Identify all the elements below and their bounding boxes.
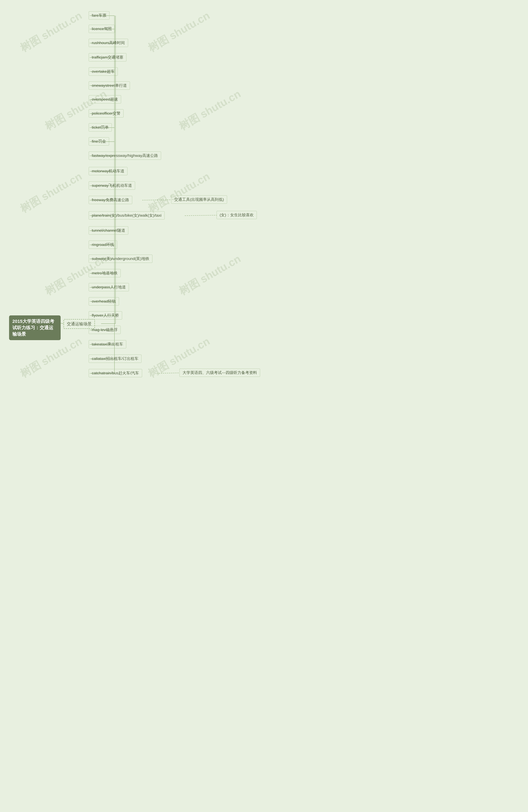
node-fine: fine罚金 [89, 137, 109, 146]
node-maglev-label: mag-lev磁悬浮 [92, 328, 117, 332]
node-callataxi-label: callataxi招出租车/订出租车 [92, 357, 138, 361]
node-overspeed-label: overspeed超速 [92, 97, 118, 101]
category-label: 交通运输场景 [67, 322, 91, 326]
node-fare-label: fare车票 [92, 13, 106, 17]
node-licence-label: licence驾照 [92, 27, 112, 31]
node-callataxi: callataxi招出租车/订出租车 [89, 354, 142, 363]
node-superway: superway飞机机动车道 [89, 182, 135, 190]
watermark: 树图 shutu.cn [17, 334, 85, 381]
node-plane-label: plane/train(女)/bus/bike(女)/walk(女)/taxi [92, 213, 161, 217]
sub-node-plane: (女)：女生比较喜欢 [217, 211, 257, 219]
watermark: 树图 shutu.cn [176, 252, 243, 299]
svg-line-30 [142, 200, 171, 200]
watermark: 树图 shutu.cn [176, 87, 243, 134]
node-metro-label: metro地道地铁 [92, 271, 117, 275]
mind-map: 树图 shutu.cn 树图 shutu.cn 树图 shutu.cn 树图 s… [0, 0, 528, 812]
node-overspeed: overspeed超速 [89, 95, 121, 103]
node-freeway-label: freeway免费高速公路 [92, 198, 129, 202]
node-freeway: freeway免费高速公路 [89, 196, 132, 204]
sub-node-catchatrain: 大学英语四、六级考试---四级听力备考资料 [180, 368, 260, 377]
node-onewaystreet: onewaystreet单行道 [89, 82, 130, 90]
node-takeataxi-label: takeataxi乘出租车 [92, 342, 123, 346]
node-overhead: overhead轻轨 [89, 297, 119, 305]
node-superway-label: superway飞机机动车道 [92, 183, 132, 188]
node-catchatrain-label: catchatrain/bus赶火车/汽车 [92, 371, 139, 375]
node-overtake: overtake超车 [89, 68, 118, 76]
node-takeataxi: takeataxi乘出租车 [89, 340, 126, 348]
node-fine-label: fine罚金 [92, 139, 106, 144]
node-ticket: ticket罚单 [89, 123, 112, 131]
node-motorway: motorway机动车道 [89, 167, 127, 175]
node-trafficjam: trafficjam交通堵塞 [89, 53, 126, 61]
node-tunnel-label: tunnel/channel隧道 [92, 228, 125, 233]
node-overhead-label: overhead轻轨 [92, 299, 116, 303]
node-ticket-label: ticket罚单 [92, 125, 109, 129]
node-plane: plane/train(女)/bus/bike(女)/walk(女)/taxi [89, 211, 165, 219]
node-ringroad: ringroad环线 [89, 241, 117, 249]
node-fastway-label: fastway/expressway/highway高速公路 [92, 154, 158, 158]
node-overtake-label: overtake超车 [92, 69, 115, 74]
node-motorway-label: motorway机动车道 [92, 169, 124, 173]
node-rushhours-label: rushhours高峰时间 [92, 41, 125, 45]
watermark: 树图 shutu.cn [145, 169, 212, 216]
node-catchatrain: catchatrain/bus赶火车/汽车 [89, 369, 142, 377]
sub-node-catchatrain-label: 大学英语四、六级考试---四级听力备考资料 [183, 371, 257, 375]
node-fastway: fastway/expressway/highway高速公路 [89, 151, 161, 160]
watermark: 树图 shutu.cn [17, 169, 85, 216]
node-fare: fare车票 [89, 11, 110, 19]
node-metro: metro地道地铁 [89, 269, 121, 277]
root-node: 2015大学英语四级考试听力练习：交通运输场景 [9, 315, 61, 340]
node-onewaystreet-label: onewaystreet单行道 [92, 83, 127, 88]
sub-node-plane-label: (女)：女生比较喜欢 [220, 213, 254, 217]
watermark: 树图 shutu.cn [17, 9, 85, 56]
watermark: 树图 shutu.cn [145, 9, 212, 56]
svg-line-32 [157, 373, 180, 373]
svg-line-31 [185, 215, 217, 216]
node-policeofficer: policeofficer交警 [89, 109, 124, 117]
node-flyover: flyover人行天桥 [89, 311, 122, 320]
node-trafficjam-label: trafficjam交通堵塞 [92, 55, 123, 59]
node-ringroad-label: ringroad环线 [92, 243, 114, 247]
node-tunnel: tunnel/channel隧道 [89, 226, 128, 235]
sub-node-freeway: 交通工具(出现频率从高到低) [171, 195, 227, 204]
connector-lines [0, 0, 528, 812]
node-maglev: mag-lev磁悬浮 [89, 326, 121, 334]
sub-node-freeway-label: 交通工具(出现频率从高到低) [174, 197, 224, 202]
node-policeofficer-label: policeofficer交警 [92, 111, 120, 115]
root-label: 2015大学英语四级考试听力练习：交通运输场景 [12, 319, 54, 337]
node-licence: licence驾照 [89, 25, 115, 33]
node-subway-label: subway(美)/underground(英)地铁 [92, 257, 149, 261]
node-underpass: underpass人行地道 [89, 283, 129, 291]
node-flyover-label: flyover人行天桥 [92, 313, 119, 317]
node-subway: subway(美)/underground(英)地铁 [89, 255, 153, 263]
node-underpass-label: underpass人行地道 [92, 285, 126, 289]
node-rushhours: rushhours高峰时间 [89, 39, 128, 47]
